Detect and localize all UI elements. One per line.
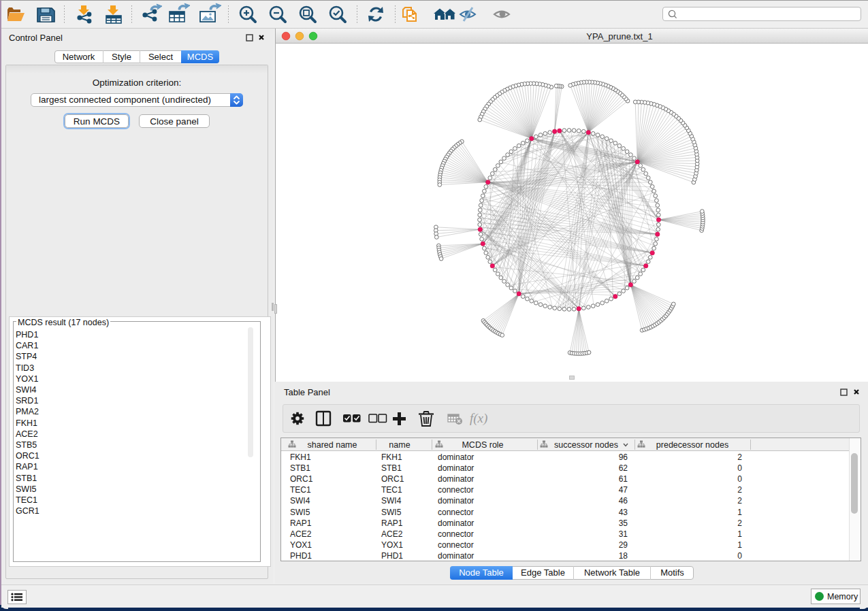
svg-text:f(x): f(x) xyxy=(470,411,487,426)
